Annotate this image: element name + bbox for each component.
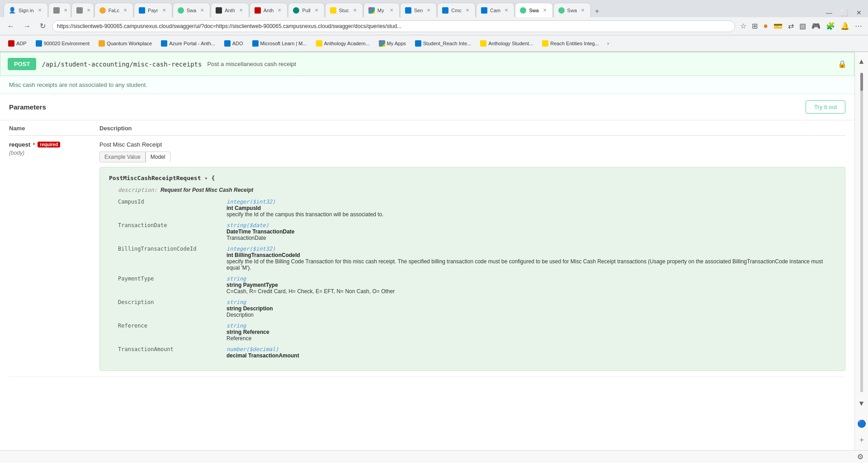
tab-close-stuc[interactable]: ✕	[352, 7, 358, 13]
model-desc-value: Request for Post Misc Cash Receipt	[160, 187, 253, 193]
bookmark-adp[interactable]: ADP	[5, 39, 30, 48]
bookmark-favicon-quantum	[99, 40, 105, 47]
new-tab-button[interactable]: +	[591, 5, 603, 17]
tab-anth1[interactable]: Anth ✕	[211, 3, 249, 17]
tab-close-anth1[interactable]: ✕	[238, 7, 244, 13]
bookmark-label-adp: ADP	[16, 41, 27, 46]
tab-label-stuc: Stuc	[339, 8, 349, 13]
sidebar-toggle-icon[interactable]: ▧	[798, 20, 807, 32]
scrollbar-up-icon[interactable]: ▲	[856, 56, 867, 67]
bookmark-myapps[interactable]: My Apps	[375, 39, 410, 48]
notification-icon[interactable]: 🔔	[839, 20, 851, 32]
bookmark-ado[interactable]: ADO	[221, 39, 247, 48]
col-name-header: Name	[9, 125, 99, 132]
tab-model[interactable]: Model	[146, 152, 170, 162]
tab-label-anth2: Anth	[264, 8, 274, 13]
profile-avatar[interactable]: ●	[762, 20, 769, 32]
maximize-button[interactable]: ⬜	[838, 8, 851, 17]
scrollbar-down-icon[interactable]: ▼	[856, 398, 867, 409]
star-icon[interactable]: ☆	[739, 20, 748, 32]
tab-close-falc[interactable]: ✕	[122, 7, 128, 13]
tab-close-cmc[interactable]: ✕	[464, 7, 471, 13]
bookmark-900020[interactable]: 900020 Environment	[32, 39, 94, 48]
field-type-campusid: integer($int32)	[226, 199, 384, 205]
bookmark-azure[interactable]: Azure Portal - Anth...	[157, 39, 219, 48]
tab-label-payr: Payr	[148, 8, 158, 13]
tab-close-payr[interactable]: ✕	[161, 7, 167, 13]
tab-close-2[interactable]: ✕	[62, 7, 69, 13]
menu-icon[interactable]: ⋯	[854, 20, 863, 32]
gamertag-icon[interactable]: 🎮	[810, 20, 822, 32]
right-sidebar: ▲ ▼ 🔵 ＋	[854, 52, 868, 450]
tab-anth2[interactable]: Anth ✕	[250, 3, 288, 17]
try-it-out-button[interactable]: Try it out	[806, 100, 845, 114]
model-field-paymenttype: PaymentType string string PaymentType C=…	[109, 276, 836, 295]
tab-favicon-cam	[481, 7, 487, 14]
tab-close-pull[interactable]: ✕	[313, 7, 320, 13]
tab-cmc[interactable]: Cmc ✕	[437, 3, 476, 17]
settings-gear-icon[interactable]: ⚙	[857, 452, 863, 461]
tab-swa2[interactable]: Swa ✕	[553, 3, 591, 17]
tab-2[interactable]: ✕	[48, 3, 71, 17]
tab-favicon-anth2	[255, 7, 261, 14]
address-input[interactable]	[52, 20, 735, 32]
tab-cam[interactable]: Cam ✕	[476, 3, 514, 17]
tab-close-3[interactable]: ✕	[85, 7, 92, 13]
tab-example-value[interactable]: Example Value	[99, 152, 146, 162]
tab-close-signin[interactable]: ✕	[37, 7, 43, 13]
minimize-button[interactable]: —	[823, 8, 835, 17]
parameters-section: Parameters Try it out Name Description r…	[0, 94, 854, 377]
tab-close-swa-active[interactable]: ✕	[542, 7, 548, 13]
field-type-transactiondate: string($date)	[226, 222, 295, 228]
bookmark-favicon-reach-entities	[542, 40, 548, 47]
bookmark-reach-entities[interactable]: Reach Entities Integ...	[538, 39, 603, 48]
forward-button[interactable]: →	[21, 21, 33, 31]
scrollbar-thumb[interactable]	[860, 73, 863, 91]
tab-close-swa1[interactable]: ✕	[199, 7, 205, 13]
bookmark-anthology-acad[interactable]: Anthology Academ...	[312, 39, 373, 48]
wallet-icon[interactable]: 💳	[772, 20, 784, 32]
tab-close-my[interactable]: ✕	[388, 7, 395, 13]
tab-payr[interactable]: Payr ✕	[134, 3, 172, 17]
bookmarks-more-button[interactable]: ›	[604, 39, 612, 48]
back-button[interactable]: ←	[5, 21, 17, 31]
tab-stuc[interactable]: Stuc ✕	[325, 3, 363, 17]
plus-icon[interactable]: ＋	[856, 433, 867, 447]
tab-close-anth2[interactable]: ✕	[276, 7, 283, 13]
edge-sidebar-icon[interactable]: 🔵	[855, 418, 868, 430]
tab-falc[interactable]: FaLc ✕	[94, 3, 133, 17]
param-name-text: request	[9, 141, 30, 148]
tab-favicon-my	[368, 7, 375, 14]
tab-pull[interactable]: Pull ✕	[288, 3, 324, 17]
model-chevron[interactable]: ▾	[204, 175, 208, 181]
tab-favicon-sen	[405, 7, 411, 14]
close-window-button[interactable]: ✕	[854, 8, 864, 17]
extensions-icon[interactable]: 🧩	[825, 20, 836, 32]
grid-icon[interactable]: ⊞	[750, 20, 759, 32]
tab-close-sen[interactable]: ✕	[425, 7, 432, 13]
tab-my[interactable]: My ✕	[363, 3, 400, 17]
bookmark-student-reach[interactable]: Student_Reach Inte...	[411, 39, 475, 48]
required-badge: required	[38, 142, 60, 147]
model-tabs: Example Value Model	[99, 152, 845, 162]
tab-label-swa-active: Swa	[529, 8, 538, 13]
tab-signin[interactable]: 👤 Sign in ✕	[4, 3, 48, 17]
method-badge[interactable]: POST	[8, 58, 36, 70]
tab-3[interactable]: ✕	[71, 3, 94, 17]
tab-close-swa2[interactable]: ✕	[580, 7, 586, 13]
refresh-button[interactable]: ↻	[37, 21, 48, 31]
tab-label-anth1: Anth	[225, 8, 235, 13]
bookmark-favicon-myapps	[379, 40, 385, 47]
model-field-description: Description string string Description De…	[109, 299, 836, 318]
field-text-transactiondate: TransactionDate	[226, 235, 295, 241]
tab-swa-active[interactable]: Swa ✕	[515, 3, 552, 17]
bookmark-quantum[interactable]: Quantum Workplace	[95, 39, 156, 48]
bookmark-anthology-student[interactable]: Anthology Student...	[476, 39, 537, 48]
tab-sen[interactable]: Sen ✕	[400, 3, 437, 17]
tab-swa1[interactable]: Swa ✕	[173, 3, 210, 17]
bookmark-mslearn[interactable]: Microsoft Learn | M...	[249, 39, 311, 48]
tab-close-cam[interactable]: ✕	[503, 7, 509, 13]
tab-bar: 👤 Sign in ✕ ✕ ✕ FaLc ✕ Payr ✕ Swa ✕	[0, 0, 868, 17]
main-content-area: POST /api/student-accounting/misc-cash-r…	[0, 52, 868, 450]
sync-icon[interactable]: ⇄	[787, 20, 795, 32]
